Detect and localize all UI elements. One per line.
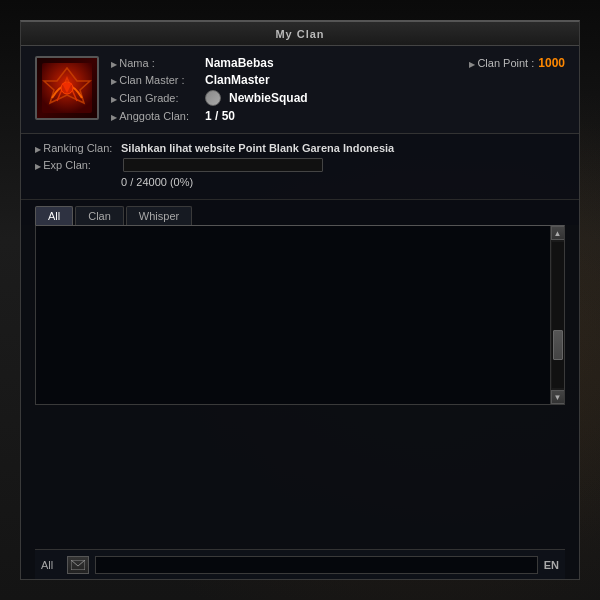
exp-bar-container [123,158,323,172]
exp-row: Exp Clan: 0 / 24000 (0%) [35,158,565,189]
tab-clan[interactable]: Clan [75,206,124,225]
clan-grade-row: Clan Grade: NewbieSquad [111,90,423,106]
clan-master-row: Clan Master : ClanMaster [111,73,423,87]
clan-grade-value: NewbieSquad [229,91,308,105]
grade-icon [205,90,221,106]
clan-point-row: Clan Point : 1000 [469,56,565,70]
scrollbar: ▲ ▼ [550,226,564,404]
clan-logo-svg [42,63,92,113]
clan-master-label: Clan Master : [111,74,201,86]
ranking-value: Silahkan lihat website Point Blank Garen… [121,142,394,154]
exp-text: 0 / 24000 (0%) [121,176,193,188]
clan-point-value: 1000 [538,56,565,70]
chat-input[interactable] [95,556,538,574]
mail-icon [71,560,85,570]
clan-point-section: Clan Point : 1000 [435,56,565,123]
tab-all[interactable]: All [35,206,73,225]
anggota-label: Anggota Clan: [111,110,201,122]
tab-whisper[interactable]: Whisper [126,206,192,225]
scroll-down-button[interactable]: ▼ [551,390,565,404]
exp-label: Exp Clan: [35,159,115,171]
all-label: All [41,559,61,571]
info-section: Nama : NamaBebas Clan Master : ClanMaste… [21,46,579,134]
chat-area: ▲ ▼ [35,225,565,405]
nama-row: Nama : NamaBebas [111,56,423,70]
main-panel: My Clan Nama [20,20,580,580]
mail-button[interactable] [67,556,89,574]
scroll-thumb[interactable] [553,330,563,360]
bottom-bar: All EN [35,549,565,579]
title-bar: My Clan [21,22,579,46]
info-fields: Nama : NamaBebas Clan Master : ClanMaste… [111,56,423,123]
scroll-track [552,242,564,388]
clan-grade-label: Clan Grade: [111,92,201,104]
title-text: My Clan [275,28,324,40]
clan-master-value: ClanMaster [205,73,270,87]
nama-value: NamaBebas [205,56,274,70]
anggota-value: 1 / 50 [205,109,235,123]
nama-label: Nama : [111,57,201,69]
ranking-row: Ranking Clan: Silahkan lihat website Poi… [35,142,565,154]
clan-point-label: Clan Point : [469,57,534,69]
clan-logo [35,56,99,120]
anggota-row: Anggota Clan: 1 / 50 [111,109,423,123]
lang-label: EN [544,559,559,571]
ranking-label: Ranking Clan: [35,142,115,154]
scroll-up-button[interactable]: ▲ [551,226,565,240]
ranking-section: Ranking Clan: Silahkan lihat website Poi… [21,134,579,200]
chat-tabs: All Clan Whisper [21,200,579,225]
